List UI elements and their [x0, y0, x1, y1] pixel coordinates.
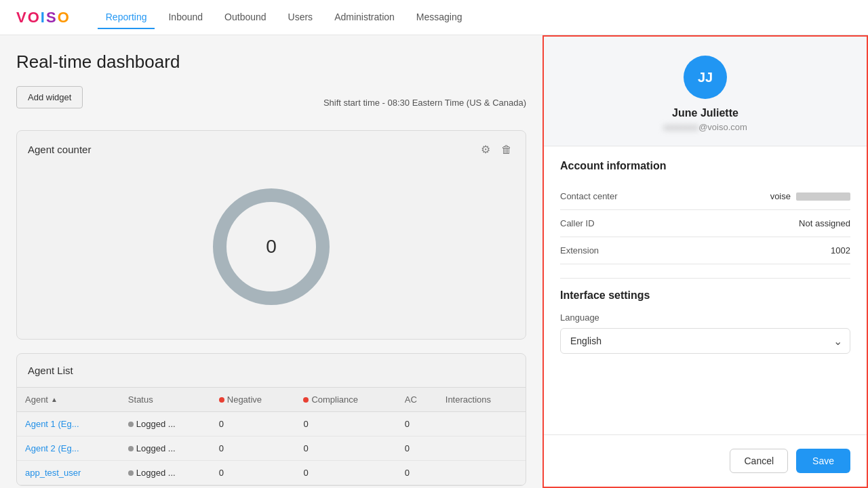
col-agent: Agent ▲ — [17, 388, 120, 412]
nav-item-reporting[interactable]: Reporting — [98, 6, 155, 29]
profile-header: JJ June Juliette xxxxxxxx@voiso.com — [544, 37, 867, 146]
agent-list-card: Agent List Agent ▲ Status Negative — [16, 353, 526, 486]
negative-dot — [219, 397, 224, 403]
table-row: Agent 1 (Eg... Logged ... 0 0 0 — [17, 412, 526, 436]
main-layout: Real-time dashboard Add widget Shift sta… — [0, 35, 868, 488]
panel-body: Account information Contact center voise… — [544, 146, 867, 378]
status-cell: Logged ... — [120, 461, 211, 485]
sort-arrow-agent: ▲ — [51, 396, 58, 403]
add-widget-button[interactable]: Add widget — [16, 86, 83, 108]
language-label: Language — [560, 312, 850, 323]
agent-link[interactable]: Agent 1 (Eg... — [25, 419, 79, 429]
negative-cell: 0 — [211, 436, 296, 461]
donut-value: 0 — [266, 236, 277, 258]
compliance-cell: 0 — [295, 461, 396, 485]
shift-info: Shift start time - 08:30 Eastern Time (U… — [323, 98, 526, 108]
agent-link[interactable]: app_test_user — [25, 468, 81, 478]
status-dot — [128, 470, 134, 476]
table-row: Agent 2 (Eg... Logged ... 0 0 0 — [17, 436, 526, 461]
col-negative: Negative — [211, 388, 296, 412]
account-info-title: Account information — [560, 160, 850, 172]
agent-link[interactable]: Agent 2 (Eg... — [25, 443, 79, 453]
language-form-group: Language English Spanish French German P… — [560, 312, 850, 354]
caller-id-row: Caller ID Not assigned — [560, 210, 850, 237]
interface-settings-title: Interface settings — [560, 289, 850, 302]
table-row: app_test_user Logged ... 0 0 0 — [17, 461, 526, 485]
widget-settings-button[interactable]: ⚙ — [478, 142, 493, 157]
nav-item-users[interactable]: Users — [280, 6, 321, 29]
email-blur: xxxxxxxx — [663, 122, 698, 132]
col-status: Status — [120, 388, 211, 412]
agent-table: Agent ▲ Status Negative Compliance AC In — [17, 388, 526, 485]
donut-chart: 0 — [203, 179, 339, 314]
profile-name: June Juliette — [672, 107, 738, 119]
nav-item-messaging[interactable]: Messaging — [408, 6, 471, 29]
ac-cell: 0 — [397, 436, 437, 461]
header: VOISO Reporting Inbound Outbound Users A… — [0, 0, 868, 35]
compliance-cell: 0 — [295, 412, 396, 436]
contact-center-value: voise — [770, 191, 850, 201]
extension-row: Extension 1002 — [560, 237, 850, 264]
contact-center-row: Contact center voise — [560, 183, 850, 210]
status-dot — [128, 422, 134, 427]
negative-cell: 0 — [211, 412, 296, 436]
donut-chart-container: 0 — [28, 165, 515, 328]
compliance-dot — [303, 397, 309, 403]
extension-label: Extension — [560, 245, 599, 256]
profile-email: xxxxxxxx@voiso.com — [663, 122, 747, 132]
contact-center-label: Contact center — [560, 191, 618, 201]
nav-item-inbound[interactable]: Inbound — [160, 6, 211, 29]
agent-counter-title: Agent counter — [28, 144, 91, 155]
contact-center-blur — [796, 192, 850, 201]
interactions-cell — [437, 436, 526, 461]
interactions-cell — [437, 461, 526, 485]
profile-panel: JJ June Juliette xxxxxxxx@voiso.com Acco… — [542, 35, 868, 488]
status-dot — [128, 446, 134, 451]
compliance-cell: 0 — [295, 436, 396, 461]
col-ac: AC — [397, 388, 437, 412]
agent-list-title: Agent List — [17, 354, 526, 388]
widget-actions: ⚙ 🗑 — [478, 142, 515, 157]
status-cell: Logged ... — [120, 436, 211, 461]
ac-cell: 0 — [397, 461, 437, 485]
main-nav: Reporting Inbound Outbound Users Adminis… — [98, 6, 471, 29]
page-title: Real-time dashboard — [16, 52, 526, 73]
interactions-cell — [437, 412, 526, 436]
left-content: Real-time dashboard Add widget Shift sta… — [0, 35, 542, 488]
save-button[interactable]: Save — [796, 449, 850, 473]
nav-item-outbound[interactable]: Outbound — [216, 6, 275, 29]
ac-cell: 0 — [397, 412, 437, 436]
agent-counter-widget: Agent counter ⚙ 🗑 0 — [16, 130, 526, 340]
status-cell: Logged ... — [120, 412, 211, 436]
cancel-button[interactable]: Cancel — [730, 449, 788, 473]
col-compliance: Compliance — [295, 388, 396, 412]
extension-value: 1002 — [831, 245, 850, 256]
caller-id-label: Caller ID — [560, 218, 595, 228]
caller-id-value: Not assigned — [799, 218, 850, 228]
avatar: JJ — [684, 56, 727, 99]
negative-cell: 0 — [211, 461, 296, 485]
nav-item-administration[interactable]: Administration — [326, 6, 403, 29]
widget-delete-button[interactable]: 🗑 — [498, 142, 515, 157]
language-select-wrapper: English Spanish French German Portuguese… — [560, 328, 850, 354]
section-divider — [560, 278, 850, 279]
panel-footer: Cancel Save — [544, 434, 867, 487]
logo: VOISO — [16, 9, 71, 26]
language-select[interactable]: English Spanish French German Portuguese — [560, 328, 850, 354]
col-interactions: Interactions — [437, 388, 526, 412]
